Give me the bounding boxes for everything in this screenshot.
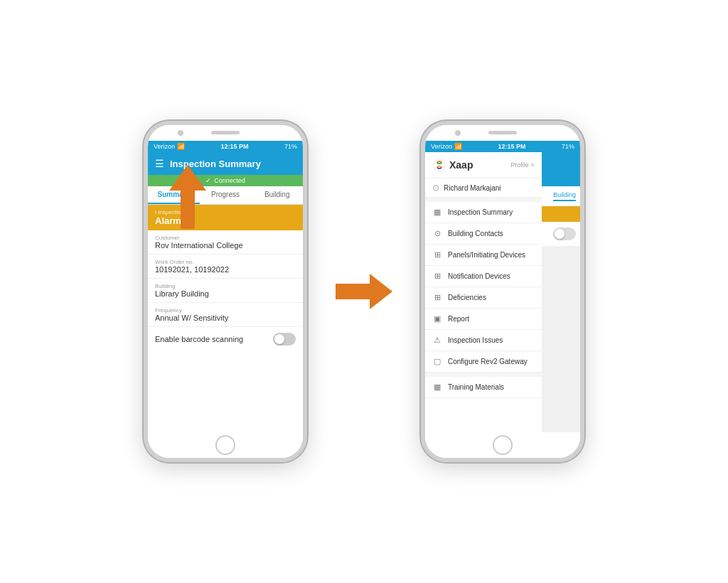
phone-2-screen-wrap: Verizon 📶 12:15 PM 71% bbox=[425, 141, 580, 432]
configure-icon: ▢ bbox=[432, 357, 442, 366]
svg-marker-0 bbox=[169, 165, 206, 229]
field-frequency: Frequency Annual W/ Sensitivity bbox=[148, 303, 303, 327]
up-arrow-container bbox=[169, 165, 206, 232]
field-value-building: Library Building bbox=[155, 289, 296, 298]
drawer-item-panels[interactable]: ⊞ Panels/Initiating Devices bbox=[425, 245, 542, 266]
overlay-tab-building[interactable]: Building bbox=[553, 191, 576, 201]
phone-2-main: Xaap Profile > ⊙ Richard Markajani ▦ Ins… bbox=[425, 152, 580, 432]
drawer-item-label-6: Inspection Issues bbox=[448, 336, 503, 344]
drawer-item-label-2: Panels/Initiating Devices bbox=[448, 251, 525, 259]
phone-top-notch bbox=[148, 125, 303, 141]
home-button-1[interactable] bbox=[215, 435, 235, 455]
overlay-content bbox=[542, 246, 581, 432]
carrier-1: Verizon bbox=[154, 143, 175, 150]
navigation-drawer[interactable]: Xaap Profile > ⊙ Richard Markajani ▦ Ins… bbox=[425, 152, 542, 432]
wifi-icon-1: 📶 bbox=[177, 143, 185, 150]
field-value-workorder: 10192021, 10192022 bbox=[155, 265, 296, 274]
field-label-workorder: Work Order no. bbox=[155, 259, 296, 265]
report-icon: ▣ bbox=[432, 314, 442, 323]
drawer-item-notification-devices[interactable]: ⊞ Notification Devices bbox=[425, 266, 542, 287]
tab-progress[interactable]: Progress bbox=[200, 186, 252, 204]
drawer-item-report[interactable]: ▣ Report bbox=[425, 309, 542, 330]
training-icon: ▦ bbox=[432, 383, 442, 392]
field-building: Building Library Building bbox=[148, 279, 303, 303]
status-left-1: Verizon 📶 bbox=[154, 143, 185, 150]
time-1: 12:15 PM bbox=[220, 143, 248, 150]
field-label-building: Building bbox=[155, 283, 296, 289]
status-left-2: Verizon 📶 bbox=[431, 143, 462, 150]
tab-building[interactable]: Building bbox=[251, 186, 303, 204]
barcode-row: Enable barcode scanning bbox=[148, 327, 303, 351]
drawer-item-configure-rev2[interactable]: ▢ Configure Rev2 Gateway bbox=[425, 351, 542, 373]
drawer-item-label-3: Notification Devices bbox=[448, 272, 510, 280]
profile-link[interactable]: Profile > bbox=[510, 161, 534, 169]
overlay-inspection-bar bbox=[542, 206, 581, 222]
home-button-2[interactable] bbox=[493, 435, 513, 455]
battery-2: 71% bbox=[562, 143, 574, 150]
drawer-item-label-8: Training Materials bbox=[448, 383, 504, 391]
drawer-item-label-7: Configure Rev2 Gateway bbox=[448, 358, 528, 365]
toggle-knob bbox=[274, 334, 284, 344]
status-bar-2: Verizon 📶 12:15 PM 71% bbox=[425, 141, 580, 152]
drawer-overlay: Building bbox=[542, 152, 581, 432]
svg-marker-1 bbox=[336, 274, 392, 309]
drawer-item-inspection-issues[interactable]: ⚠ Inspection Issues bbox=[425, 330, 542, 351]
phone-2-speaker bbox=[488, 131, 517, 134]
drawer-header: Xaap Profile > bbox=[425, 152, 542, 178]
connected-label: Connected bbox=[214, 177, 245, 184]
barcode-label: Enable barcode scanning bbox=[155, 335, 243, 343]
notification-devices-icon: ⊞ bbox=[432, 272, 442, 281]
drawer-item-label-1: Building Contacts bbox=[448, 230, 503, 237]
phone-camera bbox=[178, 130, 183, 136]
drawer-item-inspection-summary[interactable]: ▦ Inspection Summary bbox=[425, 202, 542, 223]
status-bar-1: Verizon 📶 12:15 PM 71% bbox=[148, 141, 303, 152]
overlay-toggle-knob bbox=[555, 229, 564, 239]
phone-1: Verizon 📶 12:15 PM 71% ☰ Inspection Summ… bbox=[144, 121, 307, 462]
phone-1-bottom bbox=[148, 432, 303, 458]
user-name: Richard Markajani bbox=[444, 184, 501, 192]
barcode-toggle[interactable] bbox=[273, 333, 296, 346]
battery-1: 71% bbox=[284, 143, 297, 150]
arrow-right-icon bbox=[336, 274, 392, 309]
xaap-logo-icon bbox=[432, 158, 446, 172]
phone-2: Verizon 📶 12:15 PM 71% bbox=[421, 121, 584, 462]
drawer-item-building-contacts[interactable]: ⊙ Building Contacts bbox=[425, 223, 542, 245]
arrow-right-container bbox=[336, 274, 392, 309]
drawer-item-label-5: Report bbox=[448, 315, 469, 323]
drawer-item-label-4: Deficiencies bbox=[448, 294, 486, 301]
content-area-1: Customer Rov International College Work … bbox=[148, 230, 303, 432]
field-value-customer: Rov International College bbox=[155, 241, 296, 250]
phone-2-top bbox=[425, 125, 580, 141]
up-arrow-icon bbox=[169, 165, 206, 229]
phone-2-camera bbox=[455, 130, 461, 136]
drawer-item-label-0: Inspection Summary bbox=[448, 208, 513, 216]
hamburger-icon[interactable]: ☰ bbox=[155, 158, 164, 169]
inspection-summary-icon: ▦ bbox=[432, 208, 442, 217]
phone-speaker bbox=[211, 131, 240, 134]
field-label-customer: Customer bbox=[155, 235, 296, 241]
status-right-2: 71% bbox=[562, 143, 574, 150]
drawer-item-deficiencies[interactable]: ⊞ Deficiencies bbox=[425, 287, 542, 309]
overlay-header-partial bbox=[542, 152, 581, 186]
user-avatar-icon: ⊙ bbox=[432, 183, 439, 193]
panels-icon: ⊞ bbox=[432, 250, 442, 260]
time-2: 12:15 PM bbox=[498, 143, 525, 150]
phone-2-bottom bbox=[425, 432, 580, 458]
overlay-toggle-area bbox=[542, 222, 581, 246]
field-value-frequency: Annual W/ Sensitivity bbox=[155, 314, 296, 322]
inspection-issues-icon: ⚠ bbox=[432, 336, 442, 345]
overlay-tabs-partial: Building bbox=[542, 186, 581, 206]
deficiencies-icon: ⊞ bbox=[432, 293, 442, 302]
status-right-1: 71% bbox=[284, 143, 297, 150]
field-customer: Customer Rov International College bbox=[148, 230, 303, 255]
carrier-2: Verizon bbox=[431, 143, 452, 150]
overlay-toggle[interactable] bbox=[553, 228, 576, 240]
wifi-icon-2: 📶 bbox=[454, 143, 462, 150]
field-label-frequency: Frequency bbox=[155, 307, 296, 314]
field-workorder: Work Order no. 10192021, 10192022 bbox=[148, 255, 303, 279]
connected-check: ✓ bbox=[205, 177, 211, 184]
drawer-item-training[interactable]: ▦ Training Materials bbox=[425, 377, 542, 398]
xaap-logo: Xaap bbox=[432, 158, 473, 172]
scene: Verizon 📶 12:15 PM 71% ☰ Inspection Summ… bbox=[0, 0, 728, 583]
building-contacts-icon: ⊙ bbox=[432, 229, 442, 238]
